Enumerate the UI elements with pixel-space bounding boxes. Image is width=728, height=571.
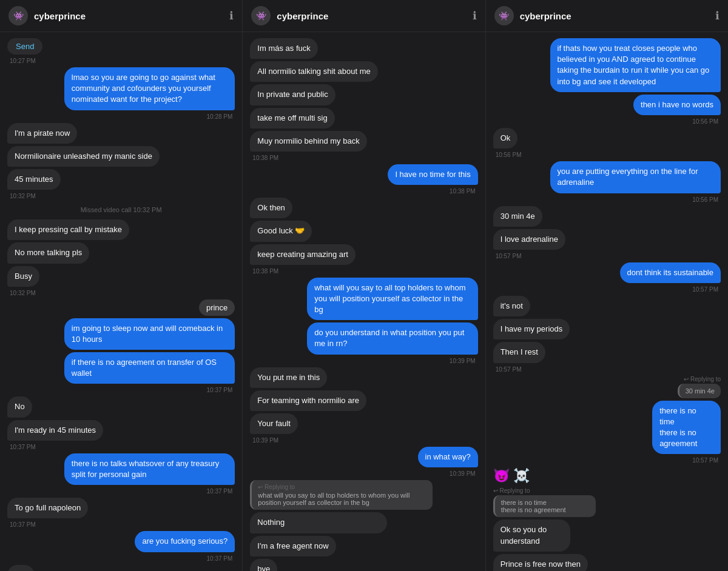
name-bubble: prince: [199, 299, 235, 316]
messages-area: Im más as fuckAll normilio talking shit …: [243, 32, 485, 571]
timestamp: 10:27 PM: [10, 58, 232, 64]
timestamp: 10:39 PM: [252, 358, 475, 364]
received-bubble: it's not: [493, 296, 530, 316]
header-name: cyberprince: [520, 11, 715, 21]
reply-text: what will you say to all top holders to …: [258, 492, 426, 506]
received-bubble: Your fault: [250, 413, 297, 434]
received-bubble: Normilionaire unleashed my manic side: [7, 146, 160, 167]
sent-bubble: if thats how you treat closes people who…: [550, 38, 721, 92]
reply-quote: there is no time there is no agreement: [493, 495, 596, 517]
timestamp: 10:37 PM: [10, 521, 232, 528]
timestamp: 10:57 PM: [496, 457, 718, 464]
messages-area: if thats how you treat closes people who…: [486, 32, 728, 571]
chat-panel-2: 👾 cyberprince ℹ Im más as fuckAll normil…: [243, 0, 485, 571]
emoji-row: 😈 ☠️: [493, 468, 530, 484]
reply-received-block: ↩ Replying tothere is no time there is n…: [493, 487, 596, 551]
received-bubble: I'm ready in 45 minutes: [7, 420, 103, 441]
header-name: cyberprince: [277, 11, 472, 21]
timestamp: 10:57 PM: [496, 286, 718, 293]
timestamp: 10:32 PM: [10, 193, 232, 199]
timestamp: 10:37 PM: [10, 444, 232, 450]
reply-quote: ↩ Replying towhat will you say to all to…: [250, 480, 432, 510]
chat-panel-1: 👾 cyberprince ℹ Send10:27 PMlmao so you …: [0, 0, 243, 571]
chat-header: 👾 cyberprince ℹ: [243, 0, 485, 32]
header-name: cyberprince: [34, 11, 229, 21]
avatar: 👾: [8, 6, 28, 25]
sent-bubble: lmao so you are going to go against what…: [64, 67, 235, 110]
reply-block: ↩ Replying towhat will you say to all to…: [250, 480, 432, 533]
sent-bubble: if there is no agreement on transfer of …: [64, 352, 235, 384]
timestamp: 10:38 PM: [252, 268, 475, 275]
received-bubble: Ok so you do understand: [493, 519, 570, 551]
sent-bubble: I have no time for this: [388, 164, 477, 185]
received-bubble: Nothing: [250, 512, 386, 533]
sent-bubble: there is no talks whatsover of any treas…: [64, 453, 235, 485]
timestamp: 10:39 PM: [252, 437, 475, 444]
received-bubble: I keep pressing call by mistake: [7, 219, 129, 240]
sent-bubble: im going to sleep now and will comeback …: [64, 318, 235, 350]
missed-call: Missed video call 10:32 PM: [7, 206, 235, 213]
send-button[interactable]: Send: [7, 38, 42, 55]
timestamp: 10:37 PM: [10, 488, 232, 495]
info-icon[interactable]: ℹ: [229, 9, 234, 22]
sent-bubble: dont think its sustainable: [620, 262, 721, 283]
reply-label: ↩ Replying to: [493, 487, 596, 494]
info-icon[interactable]: ℹ: [473, 9, 477, 22]
avatar: 👾: [251, 6, 271, 25]
sent-bubble: you are putting everything on the line f…: [550, 161, 721, 193]
received-bubble: bye: [250, 559, 277, 571]
timestamp: 10:38 PM: [252, 155, 475, 161]
reply-label: ↩ Replying to: [258, 484, 426, 490]
avatar: 👾: [494, 6, 514, 25]
reply-label: ↩ Replying to: [684, 376, 721, 382]
timestamp: 10:32 PM: [10, 290, 232, 296]
timestamp: 10:56 PM: [496, 118, 718, 125]
timestamp: 10:56 PM: [496, 196, 718, 203]
timestamp: 10:57 PM: [496, 366, 718, 373]
reply-quote: 30 min 4e: [678, 384, 721, 398]
chat-header: 👾 cyberprince ℹ: [0, 0, 242, 32]
received-bubble: I love adrenaline: [493, 229, 565, 250]
sent-bubble: what will you say to all top holders to …: [307, 278, 477, 321]
timestamp: 10:28 PM: [10, 113, 232, 120]
received-bubble: take me off multi sig: [250, 108, 334, 129]
received-bubble: Muy normilio behind my back: [250, 131, 366, 152]
received-bubble: You put me in this: [250, 367, 327, 388]
received-bubble: Good luck 🤝: [250, 221, 312, 241]
received-bubble: 30 min 4e: [493, 206, 542, 227]
received-bubble: Busy: [7, 266, 39, 287]
received-bubble: I'm a pirate now: [7, 123, 77, 144]
timestamp: 10:56 PM: [496, 152, 718, 158]
reply-sent-block: ↩ Replying to30 min 4ethere is no time t…: [630, 376, 721, 455]
info-icon[interactable]: ℹ: [715, 9, 720, 22]
sent-bubble: are you fucking serious?: [135, 531, 235, 552]
received-bubble: 45 minutes: [7, 169, 61, 190]
timestamp: 10:39 PM: [252, 470, 475, 477]
chat-panel-3: 👾 cyberprince ℹ if thats how you treat c…: [486, 0, 728, 571]
received-bubble: All normilio talking shit about me: [250, 61, 377, 82]
timestamp: 10:37 PM: [10, 387, 232, 393]
received-bubble: Ok: [493, 128, 518, 149]
received-bubble: Then I rest: [493, 342, 545, 362]
received-bubble: In private and public: [250, 84, 335, 105]
received-bubble: I have my periods: [493, 319, 570, 339]
timestamp: 10:57 PM: [496, 253, 718, 259]
received-bubble: Im más as fuck: [250, 38, 317, 59]
received-bubble: keep creating amazing art: [250, 244, 356, 265]
sent-bubble: then i have no words: [633, 95, 721, 115]
received-bubble: I'm a free agent now: [250, 536, 335, 556]
messages-area: Send10:27 PMlmao so you are going to go …: [0, 32, 242, 571]
received-bubble: For teaming with normilio are: [250, 390, 366, 411]
sent-bubble: do you understand in what position you p…: [307, 322, 477, 354]
received-bubble: Ok then: [250, 198, 292, 218]
received-bubble: No more talking pls: [7, 242, 89, 263]
timestamp: 10:38 PM: [252, 188, 475, 195]
sent-bubble: there is no time there is no agreement: [652, 401, 721, 455]
received-bubble: Prince is free now then: [493, 554, 588, 571]
timestamp: 10:37 PM: [10, 555, 232, 562]
received-bubble: No: [7, 396, 32, 417]
received-bubble: To go full napoleon: [7, 498, 88, 518]
received-bubble: Yes: [7, 565, 35, 571]
sent-bubble: in what way?: [418, 447, 478, 467]
chat-header: 👾 cyberprince ℹ: [486, 0, 728, 32]
